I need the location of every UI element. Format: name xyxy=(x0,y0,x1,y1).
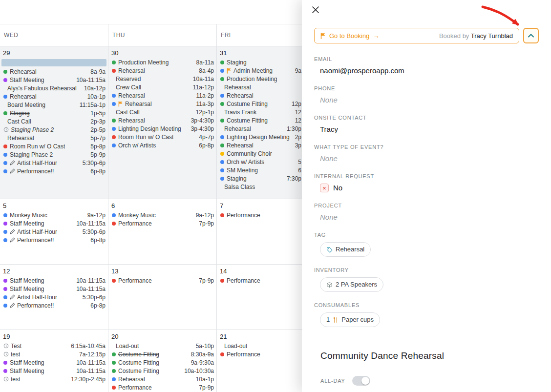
event-time: 5:30p-6p xyxy=(80,228,106,235)
event-costume-fitting[interactable]: Costume Fitting10a-10:30a xyxy=(108,367,216,375)
event-title: Rehearsal xyxy=(118,117,145,124)
event-rehearsal[interactable]: Rehearsal5p-7p xyxy=(0,134,108,142)
event-staff-meeting[interactable]: Staff Meeting10a-11:15a xyxy=(0,219,108,227)
event-crew-call[interactable]: Crew Call11a-12p xyxy=(108,83,216,91)
event-time: 9a xyxy=(292,67,301,74)
event-title: Performance!! xyxy=(17,237,54,244)
event-dot xyxy=(112,377,116,381)
event-staff-meeting[interactable]: Staff Meeting10a-11:15a xyxy=(0,76,108,84)
event-staff-meeting[interactable]: Staff Meeting10a-11:15a xyxy=(0,358,108,367)
event-staff-meeting[interactable]: Staff Meeting10a-11:15a xyxy=(0,285,108,293)
event-time: 6p-8p xyxy=(87,302,106,309)
event-artist-half-hour[interactable]: Artist Half-Hour5:30p-6p xyxy=(0,293,108,301)
allday-toggle[interactable] xyxy=(352,376,370,386)
event-rehearsal[interactable]: Rehearsal8a-9a xyxy=(0,67,108,76)
day-header-thu: THU xyxy=(108,24,217,46)
event-staging[interactable]: Staging1p-5p xyxy=(0,109,108,117)
flag-icon xyxy=(320,33,326,39)
event-lighting-design-meeting[interactable]: Lighting Design Meeting3p-4:30p xyxy=(108,124,216,133)
event-time: 2p-5p xyxy=(87,126,106,133)
field-value: 2 PA Speakers xyxy=(314,277,539,292)
event-monkey-music[interactable]: Monkey Music9a-12p xyxy=(0,211,108,219)
event-production-meeting[interactable]: Production Meeting8a-11a xyxy=(108,58,216,66)
event-rehearsal[interactable]: Rehearsal10a-1p xyxy=(108,375,216,383)
event-performance[interactable]: Performance7p-9p xyxy=(108,276,216,285)
event-time: 7p-9p xyxy=(196,220,214,227)
event-rehearsal[interactable]: Rehearsal11a-2p xyxy=(108,91,216,100)
app-screen: WEDTHUFRI 29Rehearsal8a-9aStaff Meeting1… xyxy=(0,0,551,392)
event-title: Rehearsal xyxy=(224,125,251,132)
event-time: 4p-7p xyxy=(196,134,214,141)
event-test[interactable]: test12:30p-2:45p xyxy=(0,375,108,383)
event-staging-phase-2[interactable]: Staging Phase 25p-9p xyxy=(0,150,108,159)
event-performance[interactable]: Performance7p-9p xyxy=(108,383,216,392)
event-time: 6p-8p xyxy=(87,168,106,175)
event-performance[interactable]: Performance!!6p-8p xyxy=(0,301,108,309)
event-orch-w-artists[interactable]: Orch w/ Artists6p-8p xyxy=(108,141,216,149)
selected-event-bar[interactable] xyxy=(1,59,106,66)
event-rehearsal[interactable]: Rehearsal11a-3p xyxy=(108,100,216,108)
pencil-icon xyxy=(10,229,15,234)
event-time: 8a-11a xyxy=(193,59,214,66)
event-rehearsal[interactable]: Rehearsal8a-4p xyxy=(108,66,216,75)
event-title: Staff Meeting xyxy=(10,77,44,83)
event-artist-half-hour[interactable]: Artist Half-Hour5:30p-6p xyxy=(0,159,108,167)
event-time: 5 xyxy=(295,159,301,165)
day-cell-12[interactable]: 12Staff Meeting10a-11:15aStaff Meeting10… xyxy=(0,265,108,330)
event-performance[interactable]: Performance!!6p-8p xyxy=(0,167,108,175)
event-dot xyxy=(3,70,7,74)
date-number: 29 xyxy=(0,47,108,58)
event-staff-meeting[interactable]: Staff Meeting10a-11:15a xyxy=(0,367,108,375)
event-time: 9a-12p xyxy=(193,212,214,219)
event-rehearsal[interactable]: Rehearsal10a-1p xyxy=(0,92,108,101)
event-alys-s-fabulous-rehearsal[interactable]: Alys's Fabulous Rehearsal10a-12p xyxy=(0,84,108,92)
booked-by: Booked by Tracy Turnblad xyxy=(439,32,513,40)
event-staging-phase-2[interactable]: Staging Phase 22p-5p xyxy=(0,125,108,134)
event-rehearsal[interactable]: Rehearsal3p-4:30p xyxy=(108,116,216,124)
event-room-run-w-o-cast[interactable]: Room Run w/ O Cast5p-8p xyxy=(0,142,108,150)
day-cell-13[interactable]: 13Performance7p-9p xyxy=(108,265,217,330)
event-artist-half-hour[interactable]: Artist Half-Hour5:30p-6p xyxy=(0,227,108,236)
go-to-booking-banner[interactable]: Go to Booking → Booked by Tracy Turnblad xyxy=(314,28,519,43)
event-cast-call[interactable]: Cast Call12p-1p xyxy=(108,108,216,116)
day-cell-29[interactable]: 29Rehearsal8a-9aStaff Meeting10a-11:15aA… xyxy=(0,46,108,199)
day-cell-19[interactable]: 19Test6:15a-10:45atest7a-12:15pStaff Mee… xyxy=(0,330,108,392)
event-room-run-w-o-cast[interactable]: Room Run w/ O Cast4p-7p xyxy=(108,133,216,141)
event-reserved[interactable]: Reserved10a-11a xyxy=(108,75,216,83)
day-cell-6[interactable]: 6Monkey Music9a-12pPerformance7p-9p xyxy=(108,199,217,264)
event-time: 1:30p xyxy=(284,125,301,132)
event-staff-meeting[interactable]: Staff Meeting10a-11:15a xyxy=(0,276,108,285)
event-board-meeting[interactable]: Board Meeting11:15a-1p xyxy=(0,101,108,109)
event-costume-fitting[interactable]: Costume Fitting8:30a-9a xyxy=(108,350,216,358)
event-dot xyxy=(3,369,7,373)
event-dot xyxy=(3,230,7,234)
day-cell-30[interactable]: 30Production Meeting8a-11aRehearsal8a-4p… xyxy=(108,46,217,199)
event-time: 11a-2p xyxy=(193,92,214,99)
event-monkey-music[interactable]: Monkey Music9a-12p xyxy=(108,211,216,219)
event-dot xyxy=(3,161,7,165)
day-cell-20[interactable]: 20Load-out5a-10pCostume Fitting8:30a-9aC… xyxy=(108,330,217,392)
collapse-button[interactable] xyxy=(523,28,539,43)
day-cell-5[interactable]: 5Monkey Music9a-12pStaff Meeting10a-11:1… xyxy=(0,199,108,264)
event-dot xyxy=(112,102,116,106)
event-performance[interactable]: Performance!!6p-8p xyxy=(0,236,108,244)
event-performance[interactable]: Performance7p-9p xyxy=(108,219,216,227)
pill-label: Rehearsal xyxy=(336,245,364,254)
event-title: Production Meeting xyxy=(118,59,169,66)
event-title: Costume Fitting xyxy=(118,359,159,366)
event-cast-call[interactable]: Cast Call2p-3p xyxy=(0,117,108,125)
event-time: 3p-4:30p xyxy=(188,117,214,124)
field-label: INVENTORY xyxy=(314,267,539,273)
event-load-out[interactable]: Load-out5a-10p xyxy=(108,342,216,350)
event-test[interactable]: test7a-12:15p xyxy=(0,350,108,358)
pill-2-pa-speakers[interactable]: 2 PA Speakers xyxy=(320,277,383,292)
pill-rehearsal[interactable]: Rehearsal xyxy=(320,242,371,257)
event-time: 8a-9a xyxy=(87,68,106,75)
pencil-icon xyxy=(10,294,15,300)
event-costume-fitting[interactable]: Costume Fitting9a-9:30a xyxy=(108,358,216,367)
close-button[interactable] xyxy=(311,5,320,15)
field-label: INTERNAL REQUEST xyxy=(314,173,539,179)
field-consumables: CONSUMABLES1Paper cups xyxy=(314,302,539,327)
event-test[interactable]: Test6:15a-10:45a xyxy=(0,342,108,350)
pill-paper-cups[interactable]: 1Paper cups xyxy=(320,312,380,327)
